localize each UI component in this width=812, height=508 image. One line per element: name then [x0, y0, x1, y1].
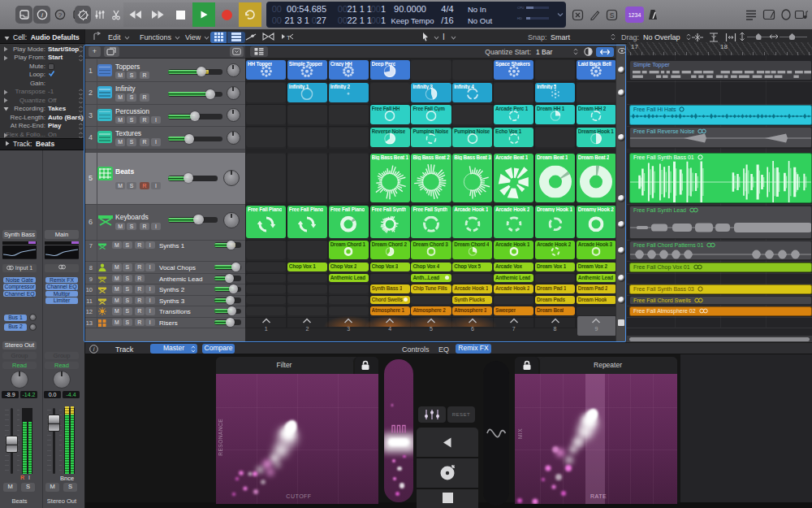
svg-text:S: S	[609, 11, 614, 20]
svg-text:T: T	[287, 34, 291, 41]
svg-text:i: i	[93, 345, 95, 353]
svg-text:?: ?	[58, 11, 62, 19]
svg-text:i: i	[41, 11, 43, 19]
